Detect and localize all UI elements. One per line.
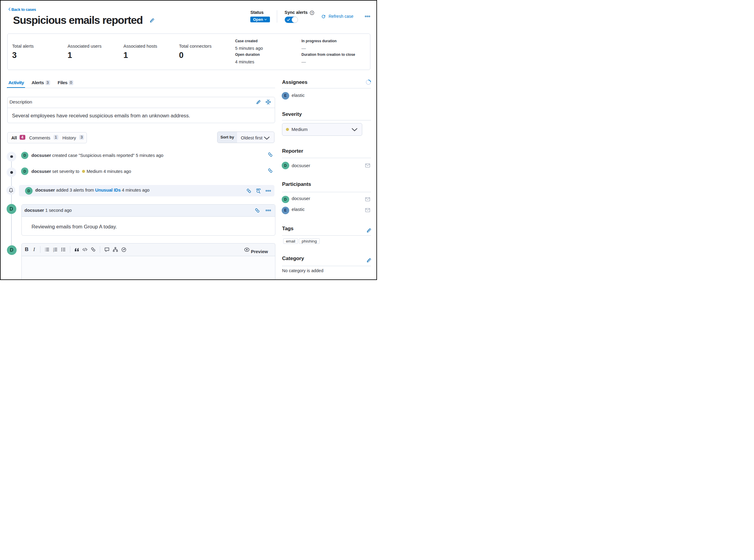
svg-text:3: 3	[53, 251, 54, 252]
svg-text:?: ?	[311, 11, 312, 14]
